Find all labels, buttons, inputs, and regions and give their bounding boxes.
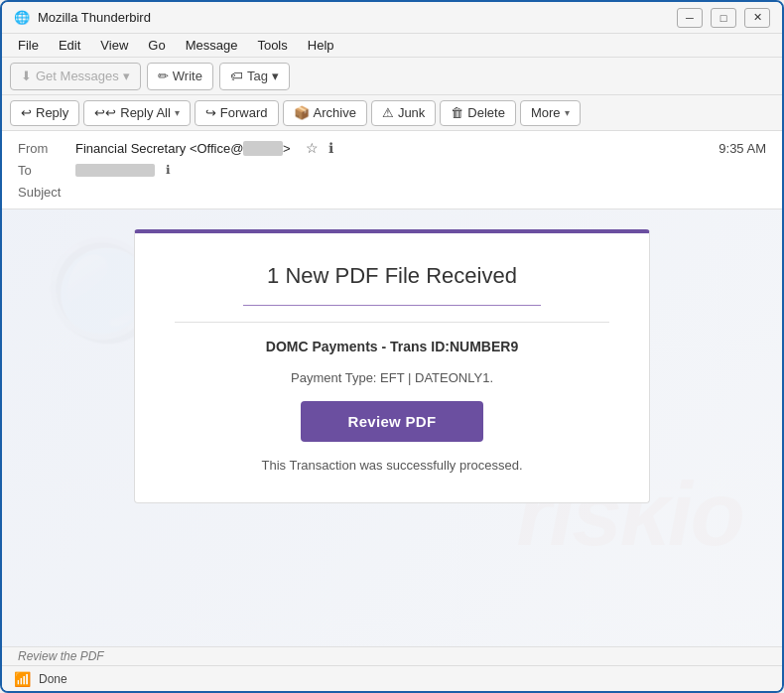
close-button[interactable]: ✕ xyxy=(744,8,770,28)
forward-button[interactable]: ↪ Forward xyxy=(195,100,279,126)
from-value: Financial Secretary <Office@ > xyxy=(75,141,291,156)
wifi-icon: 📶 xyxy=(14,671,31,687)
write-icon: ✏ xyxy=(158,69,169,83)
sender-info-button[interactable]: ℹ xyxy=(326,139,336,157)
email-header: From Financial Secretary <Office@ > ☆ ℹ … xyxy=(2,131,782,209)
more-button[interactable]: More ▾ xyxy=(520,100,581,126)
reply-label: Reply xyxy=(36,105,68,120)
to-info-button[interactable]: ℹ xyxy=(163,162,174,178)
thunderbird-window: 🌐 Mozilla Thunderbird ─ □ ✕ File Edit Vi… xyxy=(0,0,784,693)
menu-tools[interactable]: Tools xyxy=(249,36,295,55)
status-bar: 📶 Done xyxy=(2,665,782,691)
toolbar: ⬇ Get Messages ▾ ✏ Write 🏷 Tag ▾ xyxy=(2,58,782,95)
delete-button[interactable]: 🗑 Delete xyxy=(440,100,516,126)
menu-message[interactable]: Message xyxy=(178,36,246,55)
junk-icon: ⚠ xyxy=(382,105,394,120)
from-redacted xyxy=(243,141,283,156)
window-controls: ─ □ ✕ xyxy=(677,8,770,28)
card-transaction: DOMC Payments - Trans ID:NUMBER9 xyxy=(266,339,518,354)
subject-label: Subject xyxy=(18,185,67,200)
from-row: From Financial Secretary <Office@ > ☆ ℹ … xyxy=(18,137,766,159)
reply-all-label: Reply All xyxy=(120,105,171,120)
tag-button[interactable]: 🏷 Tag ▾ xyxy=(219,63,290,90)
write-button[interactable]: ✏ Write xyxy=(147,63,213,90)
to-row: To ℹ xyxy=(18,159,766,181)
from-label: From xyxy=(18,141,67,156)
reply-icon: ↩ xyxy=(21,105,32,120)
reply-all-chevron-icon: ▾ xyxy=(175,107,180,118)
tag-chevron-icon: ▾ xyxy=(272,69,279,83)
window-title: Mozilla Thunderbird xyxy=(38,10,151,25)
email-time: 9:35 AM xyxy=(719,141,766,156)
maximize-button[interactable]: □ xyxy=(711,8,736,28)
menu-help[interactable]: Help xyxy=(300,36,342,55)
from-actions: ☆ ℹ xyxy=(303,139,336,157)
card-footer-text: This Transaction was successfully proces… xyxy=(262,458,523,473)
card-payment-type: Payment Type: EFT | DATEONLY1. xyxy=(291,370,493,385)
review-pdf-button[interactable]: Review PDF xyxy=(301,401,484,442)
to-label: To xyxy=(18,163,67,178)
junk-button[interactable]: ⚠ Junk xyxy=(371,100,436,126)
archive-label: Archive xyxy=(314,105,356,120)
status-text: Done xyxy=(39,672,67,686)
title-bar: 🌐 Mozilla Thunderbird ─ □ ✕ xyxy=(2,2,782,34)
menu-edit[interactable]: Edit xyxy=(51,36,88,55)
tag-label: Tag xyxy=(247,69,268,83)
card-section-divider xyxy=(175,322,609,323)
get-messages-chevron-icon: ▾ xyxy=(123,69,130,83)
delete-icon: 🗑 xyxy=(451,105,463,120)
write-label: Write xyxy=(173,69,202,83)
minimize-button[interactable]: ─ xyxy=(677,8,703,28)
tag-icon: 🏷 xyxy=(230,69,243,83)
get-messages-button[interactable]: ⬇ Get Messages ▾ xyxy=(10,63,141,90)
menu-bar: File Edit View Go Message Tools Help xyxy=(2,34,782,58)
caption-text: Review the PDF xyxy=(18,649,104,663)
subject-row: Subject xyxy=(18,181,766,203)
menu-view[interactable]: View xyxy=(92,36,136,55)
card-divider xyxy=(243,305,541,306)
reply-button[interactable]: ↩ Reply xyxy=(10,100,79,126)
star-sender-button[interactable]: ☆ xyxy=(303,139,322,157)
more-label: More xyxy=(531,105,561,120)
reply-all-icon: ↩↩ xyxy=(94,105,116,120)
email-caption: Review the PDF xyxy=(2,646,782,665)
app-icon: 🌐 xyxy=(14,10,30,26)
forward-icon: ↪ xyxy=(205,105,216,120)
get-messages-icon: ⬇ xyxy=(21,69,32,83)
archive-button[interactable]: 📦 Archive xyxy=(283,100,367,126)
action-bar: ↩ Reply ↩↩ Reply All ▾ ↪ Forward 📦 Archi… xyxy=(2,95,782,131)
to-value-redacted xyxy=(75,164,155,177)
forward-label: Forward xyxy=(220,105,268,120)
more-chevron-icon: ▾ xyxy=(565,107,570,118)
delete-label: Delete xyxy=(467,105,505,120)
junk-label: Junk xyxy=(398,105,425,120)
reply-all-button[interactable]: ↩↩ Reply All ▾ xyxy=(83,100,191,126)
email-body: 🔍 riskio 1 New PDF File Received DOMC Pa… xyxy=(2,209,782,646)
email-card: 1 New PDF File Received DOMC Payments - … xyxy=(134,229,650,503)
card-title: 1 New PDF File Received xyxy=(267,263,517,289)
menu-file[interactable]: File xyxy=(10,36,47,55)
archive-icon: 📦 xyxy=(294,105,310,120)
menu-go[interactable]: Go xyxy=(140,36,173,55)
get-messages-label: Get Messages xyxy=(36,69,119,83)
